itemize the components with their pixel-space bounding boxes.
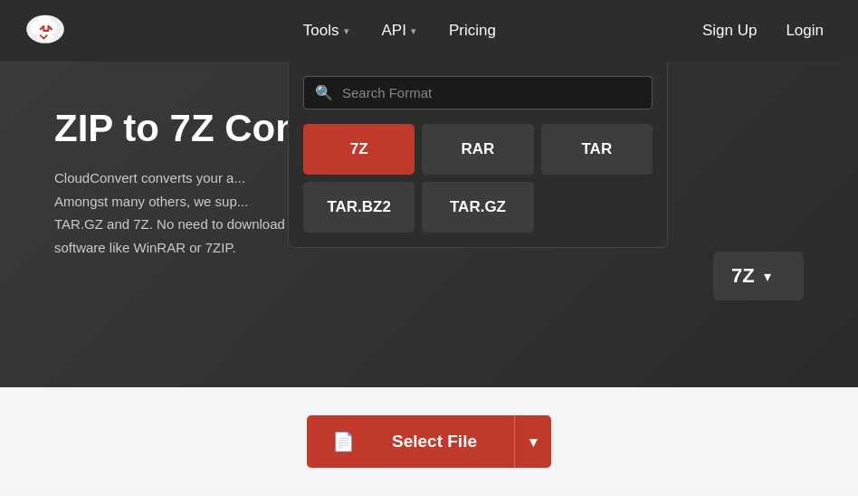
search-input[interactable] (342, 85, 641, 100)
convert-area: 📄 Select File ▾ (0, 387, 858, 496)
nav-signup[interactable]: Sign Up (690, 14, 769, 47)
search-icon: 🔍 (315, 84, 333, 101)
format-btn-rar[interactable]: RAR (422, 124, 533, 175)
output-format-caret-icon: ▾ (764, 268, 771, 285)
select-file-button[interactable]: 📄 Select File ▾ (307, 415, 551, 468)
nav-tools[interactable]: Tools ▾ (291, 14, 362, 47)
search-bar: 🔍 (303, 76, 653, 109)
main-nav: Tools ▾ API ▾ Pricing (291, 14, 509, 47)
logo-icon (22, 7, 69, 54)
nav-login[interactable]: Login (773, 14, 836, 47)
format-grid-row1: 7Z RAR TAR (303, 124, 653, 175)
nav-api[interactable]: API ▾ (369, 14, 429, 47)
format-grid-row2: TAR.BZ2 TAR.GZ (303, 182, 653, 233)
select-file-label: Select File (366, 432, 503, 452)
header: Tools ▾ API ▾ Pricing Sign Up Login (0, 0, 858, 62)
logo[interactable] (22, 7, 69, 54)
select-file-caret-icon[interactable]: ▾ (514, 415, 551, 468)
api-caret-icon: ▾ (411, 25, 416, 37)
file-icon: 📄 (332, 431, 355, 452)
output-format-label: 7Z (731, 264, 755, 288)
format-btn-tar[interactable]: TAR (541, 124, 653, 175)
format-btn-tarbz2[interactable]: TAR.BZ2 (303, 182, 415, 233)
nav-pricing[interactable]: Pricing (436, 14, 509, 47)
format-btn-7z[interactable]: 7Z (303, 124, 415, 175)
tools-caret-icon: ▾ (344, 25, 349, 37)
output-format-selector[interactable]: 7Z ▾ (713, 252, 804, 300)
format-btn-targz[interactable]: TAR.GZ (422, 182, 533, 233)
nav-right: Sign Up Login (690, 14, 836, 47)
format-dropdown: 🔍 7Z RAR TAR TAR.BZ2 TAR.GZ (288, 62, 668, 248)
format-btn-empty (541, 182, 653, 233)
